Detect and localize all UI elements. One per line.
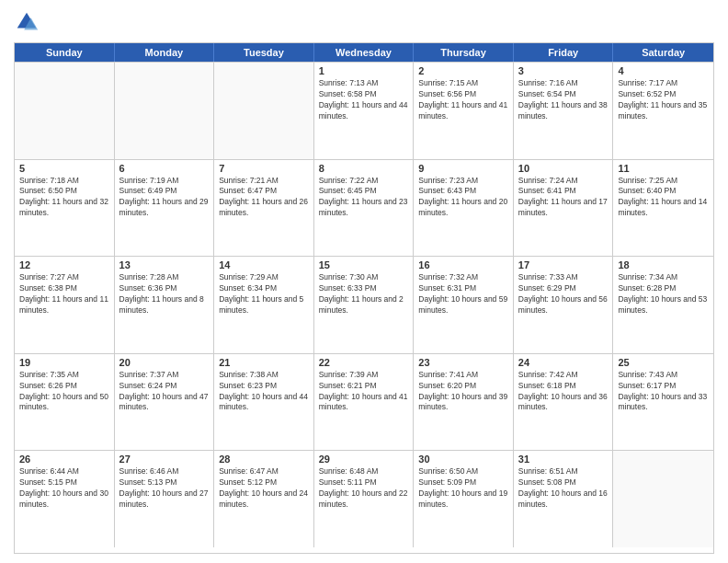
- day-info: Sunrise: 7:38 AM Sunset: 6:23 PM Dayligh…: [219, 370, 309, 414]
- day-number: 15: [319, 259, 409, 270]
- day-number: 7: [219, 163, 309, 174]
- calendar-row-1: 5Sunrise: 7:18 AM Sunset: 6:50 PM Daylig…: [15, 159, 713, 257]
- day-info: Sunrise: 7:30 AM Sunset: 6:33 PM Dayligh…: [319, 272, 409, 316]
- calendar-cell-18: 18Sunrise: 7:34 AM Sunset: 6:28 PM Dayli…: [613, 257, 713, 353]
- weekday-header-tuesday: Tuesday: [214, 43, 314, 62]
- calendar-cell-empty-0-0: [15, 63, 115, 159]
- day-info: Sunrise: 7:22 AM Sunset: 6:45 PM Dayligh…: [319, 176, 409, 220]
- logo: [14, 9, 43, 35]
- day-number: 8: [319, 163, 409, 174]
- day-info: Sunrise: 7:37 AM Sunset: 6:24 PM Dayligh…: [119, 370, 210, 414]
- calendar-cell-10: 10Sunrise: 7:24 AM Sunset: 6:41 PM Dayli…: [514, 160, 614, 257]
- day-info: Sunrise: 6:46 AM Sunset: 5:13 PM Dayligh…: [119, 466, 210, 511]
- calendar-cell-21: 21Sunrise: 7:38 AM Sunset: 6:23 PM Dayli…: [214, 354, 314, 451]
- calendar-cell-11: 11Sunrise: 7:25 AM Sunset: 6:40 PM Dayli…: [613, 160, 713, 257]
- day-number: 6: [119, 163, 210, 174]
- day-number: 21: [219, 357, 309, 368]
- calendar-cell-13: 13Sunrise: 7:28 AM Sunset: 6:36 PM Dayli…: [115, 257, 215, 353]
- day-info: Sunrise: 6:51 AM Sunset: 5:08 PM Dayligh…: [518, 466, 609, 511]
- calendar-cell-27: 27Sunrise: 6:46 AM Sunset: 5:13 PM Dayli…: [115, 451, 215, 547]
- calendar-cell-23: 23Sunrise: 7:41 AM Sunset: 6:20 PM Dayli…: [414, 354, 514, 451]
- day-number: 13: [119, 259, 210, 270]
- weekday-header-friday: Friday: [514, 43, 614, 62]
- day-number: 4: [618, 65, 709, 76]
- day-number: 19: [19, 357, 109, 368]
- day-info: Sunrise: 7:29 AM Sunset: 6:34 PM Dayligh…: [219, 272, 309, 316]
- day-number: 2: [418, 65, 508, 76]
- day-info: Sunrise: 7:24 AM Sunset: 6:41 PM Dayligh…: [518, 176, 609, 220]
- day-number: 12: [19, 259, 109, 270]
- calendar-cell-14: 14Sunrise: 7:29 AM Sunset: 6:34 PM Dayli…: [214, 257, 314, 353]
- calendar-cell-19: 19Sunrise: 7:35 AM Sunset: 6:26 PM Dayli…: [15, 354, 115, 451]
- day-number: 17: [518, 259, 609, 270]
- day-info: Sunrise: 7:16 AM Sunset: 6:54 PM Dayligh…: [518, 78, 609, 122]
- day-info: Sunrise: 7:28 AM Sunset: 6:36 PM Dayligh…: [119, 272, 210, 316]
- logo-icon: [14, 9, 40, 35]
- day-info: Sunrise: 7:17 AM Sunset: 6:52 PM Dayligh…: [618, 78, 709, 122]
- calendar-cell-3: 3Sunrise: 7:16 AM Sunset: 6:54 PM Daylig…: [514, 63, 614, 159]
- day-number: 24: [518, 357, 609, 368]
- calendar-cell-25: 25Sunrise: 7:43 AM Sunset: 6:17 PM Dayli…: [613, 354, 713, 451]
- calendar-cell-16: 16Sunrise: 7:32 AM Sunset: 6:31 PM Dayli…: [414, 257, 514, 353]
- calendar-cell-5: 5Sunrise: 7:18 AM Sunset: 6:50 PM Daylig…: [15, 160, 115, 257]
- day-info: Sunrise: 6:48 AM Sunset: 5:11 PM Dayligh…: [319, 466, 409, 511]
- calendar-cell-7: 7Sunrise: 7:21 AM Sunset: 6:47 PM Daylig…: [214, 160, 314, 257]
- calendar-cell-31: 31Sunrise: 6:51 AM Sunset: 5:08 PM Dayli…: [514, 451, 614, 547]
- day-number: 10: [518, 163, 609, 174]
- calendar-row-3: 19Sunrise: 7:35 AM Sunset: 6:26 PM Dayli…: [15, 353, 713, 451]
- day-info: Sunrise: 7:35 AM Sunset: 6:26 PM Dayligh…: [19, 370, 109, 414]
- calendar-cell-26: 26Sunrise: 6:44 AM Sunset: 5:15 PM Dayli…: [15, 451, 115, 547]
- day-info: Sunrise: 6:47 AM Sunset: 5:12 PM Dayligh…: [219, 466, 309, 511]
- day-info: Sunrise: 7:34 AM Sunset: 6:28 PM Dayligh…: [618, 272, 709, 316]
- day-info: Sunrise: 7:21 AM Sunset: 6:47 PM Dayligh…: [219, 176, 309, 220]
- calendar-cell-12: 12Sunrise: 7:27 AM Sunset: 6:38 PM Dayli…: [15, 257, 115, 353]
- day-number: 1: [319, 65, 409, 76]
- calendar-cell-8: 8Sunrise: 7:22 AM Sunset: 6:45 PM Daylig…: [314, 160, 415, 257]
- calendar-row-4: 26Sunrise: 6:44 AM Sunset: 5:15 PM Dayli…: [15, 450, 713, 547]
- day-info: Sunrise: 7:27 AM Sunset: 6:38 PM Dayligh…: [19, 272, 109, 316]
- day-number: 22: [319, 357, 409, 368]
- weekday-header-thursday: Thursday: [414, 43, 514, 62]
- calendar-cell-20: 20Sunrise: 7:37 AM Sunset: 6:24 PM Dayli…: [115, 354, 215, 451]
- weekday-header-wednesday: Wednesday: [314, 43, 415, 62]
- day-number: 14: [219, 259, 309, 270]
- day-info: Sunrise: 7:42 AM Sunset: 6:18 PM Dayligh…: [518, 370, 609, 414]
- day-info: Sunrise: 6:50 AM Sunset: 5:09 PM Dayligh…: [418, 466, 508, 511]
- calendar-cell-22: 22Sunrise: 7:39 AM Sunset: 6:21 PM Dayli…: [314, 354, 415, 451]
- calendar-cell-6: 6Sunrise: 7:19 AM Sunset: 6:49 PM Daylig…: [115, 160, 215, 257]
- day-number: 23: [418, 357, 508, 368]
- header: [14, 9, 714, 35]
- day-info: Sunrise: 7:15 AM Sunset: 6:56 PM Dayligh…: [418, 78, 508, 122]
- day-number: 3: [518, 65, 609, 76]
- day-number: 27: [119, 454, 210, 465]
- day-number: 30: [418, 454, 508, 465]
- calendar-cell-2: 2Sunrise: 7:15 AM Sunset: 6:56 PM Daylig…: [414, 63, 514, 159]
- day-info: Sunrise: 7:25 AM Sunset: 6:40 PM Dayligh…: [618, 176, 709, 220]
- day-info: Sunrise: 7:19 AM Sunset: 6:49 PM Dayligh…: [119, 176, 210, 220]
- day-number: 25: [618, 357, 709, 368]
- day-number: 16: [418, 259, 508, 270]
- day-info: Sunrise: 7:33 AM Sunset: 6:29 PM Dayligh…: [518, 272, 609, 316]
- weekday-header-saturday: Saturday: [613, 43, 713, 62]
- day-number: 28: [219, 454, 309, 465]
- calendar-cell-empty-0-2: [214, 63, 314, 159]
- calendar-row-0: 1Sunrise: 7:13 AM Sunset: 6:58 PM Daylig…: [15, 62, 713, 159]
- calendar-cell-empty-4-6: [613, 451, 713, 547]
- day-number: 29: [319, 454, 409, 465]
- calendar-cell-1: 1Sunrise: 7:13 AM Sunset: 6:58 PM Daylig…: [314, 63, 415, 159]
- day-info: Sunrise: 7:23 AM Sunset: 6:43 PM Dayligh…: [418, 176, 508, 220]
- day-number: 31: [518, 454, 609, 465]
- day-info: Sunrise: 7:18 AM Sunset: 6:50 PM Dayligh…: [19, 176, 109, 220]
- day-info: Sunrise: 6:44 AM Sunset: 5:15 PM Dayligh…: [19, 466, 109, 511]
- day-info: Sunrise: 7:43 AM Sunset: 6:17 PM Dayligh…: [618, 370, 709, 414]
- weekday-header-monday: Monday: [115, 43, 215, 62]
- day-number: 20: [119, 357, 210, 368]
- calendar-cell-30: 30Sunrise: 6:50 AM Sunset: 5:09 PM Dayli…: [414, 451, 514, 547]
- calendar-cell-empty-0-1: [115, 63, 215, 159]
- day-info: Sunrise: 7:41 AM Sunset: 6:20 PM Dayligh…: [418, 370, 508, 414]
- day-number: 9: [418, 163, 508, 174]
- day-info: Sunrise: 7:32 AM Sunset: 6:31 PM Dayligh…: [418, 272, 508, 316]
- calendar-row-2: 12Sunrise: 7:27 AM Sunset: 6:38 PM Dayli…: [15, 256, 713, 353]
- calendar-cell-9: 9Sunrise: 7:23 AM Sunset: 6:43 PM Daylig…: [414, 160, 514, 257]
- calendar-cell-29: 29Sunrise: 6:48 AM Sunset: 5:11 PM Dayli…: [314, 451, 415, 547]
